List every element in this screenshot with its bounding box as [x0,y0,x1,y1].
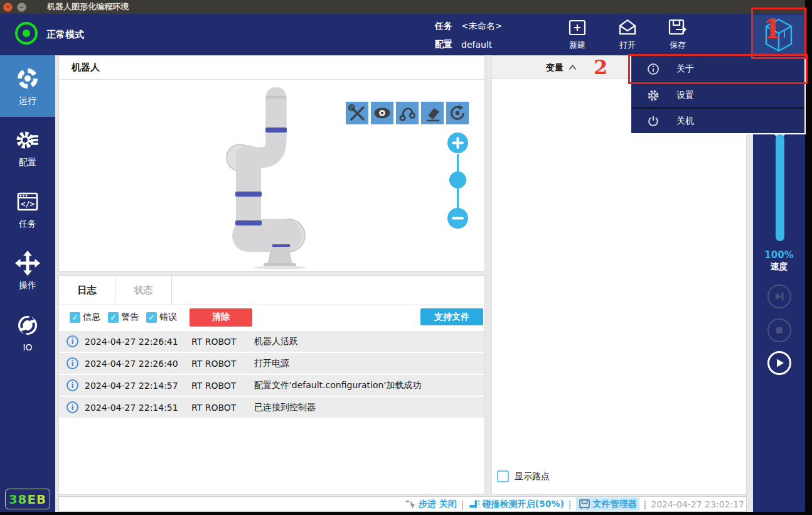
sidebar-item-label: 操作 [19,280,36,291]
step-mode-icon [405,499,416,509]
jog-arrows-icon [15,251,40,276]
open-task-icon [617,18,638,38]
collision-detection-toggle[interactable]: 碰撞检测开启(50%) [469,499,564,510]
task-info: 任务 <未命名> 配置 default [435,17,502,53]
log-row[interactable]: i 2024-04-27 22:14:51 RT ROBOT 已连接到控制器 [59,397,484,418]
variables-title: 变量 [546,62,564,73]
log-time: 2024-04-27 22:14:51 [85,403,191,413]
log-panel: 日志 状态 ✓ 信息 ✓ 警告 ✓ 错误 清除 支持文件 i 2024-04-2… [58,275,485,495]
sidebar-item-label: 运行 [19,95,36,107]
window-minimize-button[interactable]: − [17,3,26,12]
sidebar-item-io[interactable]: IO [0,301,55,363]
window-close-button[interactable]: ✕ [3,3,13,12]
svg-text:</>: </> [21,200,35,209]
action-label: 保存 [670,40,686,51]
task-label: 任务 [435,21,452,32]
play-button[interactable] [767,351,791,375]
separator: | [644,499,647,509]
task-code-icon: </> [15,189,40,214]
log-row[interactable]: i 2024-04-27 22:14:57 RT ROBOT 配置文件'defa… [59,375,484,396]
status-badge-text: 38EB [9,492,47,507]
log-row[interactable]: i 2024-04-27 22:26:40 RT ROBOT 打开电源 [59,353,484,374]
window-title: 机器人图形化编程环境 [47,1,129,13]
sidebar-item-config[interactable]: 配置 [0,117,55,178]
eraser-button[interactable] [421,102,444,124]
gear-icon [647,89,660,102]
step-mode-toggle[interactable]: 步进 关闭 [405,499,457,510]
speed-label: 速度 [753,261,805,273]
step-forward-button[interactable] [767,285,791,308]
reset-view-button[interactable] [446,102,469,124]
zoom-in-button[interactable] [447,133,468,153]
run-icon [15,66,40,91]
separator: | [461,499,464,509]
sidebar-item-run[interactable]: 运行 [0,55,55,117]
log-tabs: 日志 状态 [59,276,484,305]
new-task-button[interactable]: 新建 [557,16,597,53]
support-files-button[interactable]: 支持文件 [420,308,483,325]
file-manager-icon [579,499,590,510]
speed-slider-track[interactable] [776,134,784,241]
stop-button[interactable] [767,318,791,342]
log-time: 2024-04-27 22:26:40 [85,359,191,369]
show-waypoints-label: 显示路点 [515,471,550,482]
log-time: 2024-04-27 22:26:41 [85,337,191,347]
minus-icon [447,208,468,229]
filter-error-checkbox[interactable]: ✓ [146,312,157,323]
filter-info-checkbox[interactable]: ✓ [70,312,80,323]
reset-view-icon [448,104,467,122]
clock-text: 2024-04-27 23:02:17 [651,499,744,509]
log-message: 打开电源 [254,358,289,369]
path-button[interactable] [396,102,419,124]
menu-item-shutdown[interactable]: 关机 [631,107,804,133]
sidebar-item-task[interactable]: </> 任务 [0,178,55,240]
filter-warning-checkbox[interactable]: ✓ [108,312,119,323]
tools-icon [348,104,366,122]
sidebar-item-operate[interactable]: 操作 [0,240,55,301]
file-manager-button[interactable]: 文件管理器 [576,497,639,511]
open-task-button[interactable]: 打开 [607,16,648,53]
log-source: RT ROBOT [191,337,254,347]
annotation-step-1: 1 [763,14,781,45]
tools-button[interactable] [346,102,368,124]
log-message: 机器人活跃 [254,336,298,347]
robot-3d-view[interactable] [59,80,484,271]
info-icon: i [67,335,78,347]
robot-status-dot [23,30,30,37]
config-gear-icon [15,127,40,153]
new-task-icon [567,18,587,38]
visibility-button[interactable] [371,102,393,124]
robot-panel-title: 机器人 [72,62,100,73]
sidebar-item-label: 任务 [19,219,36,230]
filter-warning-label: 警告 [121,312,139,323]
clear-log-button[interactable]: 清除 [190,308,252,327]
view-toolbar [346,102,469,124]
zoom-slider-handle[interactable] [449,171,466,188]
task-value: <未命名> [461,21,502,32]
io-cycle-icon [15,313,40,338]
annotation-box-about [628,54,808,84]
plus-icon [447,133,468,153]
info-icon: i [67,401,78,413]
config-label: 配置 [435,39,452,50]
log-filters: ✓ 信息 ✓ 警告 ✓ 错误 清除 支持文件 [59,305,484,329]
robot-arm-image [212,87,325,269]
log-source: RT ROBOT [191,359,254,369]
save-task-button[interactable]: 保存 [658,16,698,53]
collision-text: 碰撞检测开启(50%) [483,499,564,510]
variables-collapse-toggle[interactable]: 变量 [492,56,631,79]
show-waypoints-checkbox[interactable] [497,470,509,482]
log-source: RT ROBOT [191,381,254,391]
zoom-out-button[interactable] [447,208,468,229]
menu-item-settings[interactable]: 设置 [631,82,804,107]
nav-sidebar: 运行 配置 </> 任务 [0,55,55,512]
menu-item-label: 关机 [676,116,694,127]
robot-panel: 机器人 [58,55,485,272]
log-row[interactable]: i 2024-04-27 22:26:41 RT ROBOT 机器人活跃 [59,331,484,352]
header-bar: 正常模式 任务 <未命名> 配置 default 新建 [0,14,805,55]
mode-label: 正常模式 [46,29,84,41]
tab-log[interactable]: 日志 [59,276,115,305]
sidebar-item-label: 配置 [19,157,36,168]
log-source: RT ROBOT [191,403,254,413]
tab-status[interactable]: 状态 [115,276,172,305]
